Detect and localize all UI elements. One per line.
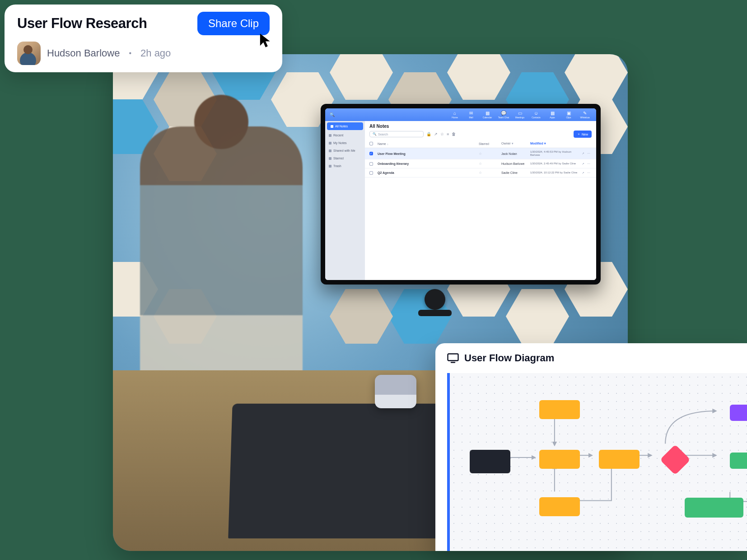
row-checkbox[interactable] xyxy=(369,162,373,166)
flow-node-result-a[interactable] xyxy=(730,405,747,421)
star-icon[interactable]: ☆ xyxy=(440,132,444,136)
flow-node-step-bottom[interactable] xyxy=(539,497,580,516)
nav-team-chat[interactable]: 💬Team Chat xyxy=(497,111,510,119)
table-header: Name ↓ Starred Owner ▾ Modified ▾ xyxy=(365,140,596,148)
flow-node-result-c[interactable] xyxy=(685,498,743,518)
diagram-canvas[interactable] xyxy=(447,373,747,551)
clip-card: User Flow Research Share Clip Hudson Bar… xyxy=(5,5,282,72)
new-label: New xyxy=(582,133,588,136)
clip-time: 2h ago xyxy=(140,47,171,59)
sidebar-item-all-notes[interactable]: All Notes xyxy=(327,122,363,130)
row-modified: 1/20/2024, 10:12:22 PM by Sadie Cline xyxy=(530,171,580,174)
flow-node-result-b[interactable] xyxy=(730,453,747,469)
flow-node-start[interactable] xyxy=(470,450,510,473)
nav-calendar[interactable]: ▦Calendar xyxy=(481,111,494,119)
app-main: All Notes 🔍 Search 🔒 ↗ ☆ ≡ 🗑 ＋ xyxy=(365,121,596,280)
tv-screen: 🔍 ⌂Home✉Mail▦Calendar💬Team Chat▭Meetings… xyxy=(321,104,601,285)
svg-rect-0 xyxy=(448,354,458,361)
nav-clips[interactable]: ▣Clips xyxy=(562,111,575,119)
nav-mail[interactable]: ✉Mail xyxy=(464,111,478,119)
clip-title: User Flow Research xyxy=(17,15,147,32)
nav-contacts[interactable]: ☺Contacts xyxy=(529,111,543,119)
sidebar-item-shared-with-me[interactable]: Shared with Me xyxy=(325,147,365,154)
sidebar-item-recent[interactable]: Recent xyxy=(325,131,365,139)
trash-icon[interactable]: 🗑 xyxy=(452,132,456,136)
row-owner: Hudson Barlowe xyxy=(501,162,528,165)
share-clip-label: Share Clip xyxy=(208,17,259,29)
row-modified: 1/20/2024, 4:45:53 PM by Hudson Barlowe xyxy=(530,150,580,157)
row-modified: 1/20/2024, 2:45:49 PM by Sadie Cline xyxy=(530,162,580,165)
row-star[interactable]: ☆ xyxy=(479,162,500,166)
notes-search-input[interactable]: 🔍 Search xyxy=(369,131,424,137)
col-owner: Owner ▾ xyxy=(501,142,528,145)
row-star[interactable]: ☆ xyxy=(479,152,500,156)
row-actions[interactable]: ↗ ⋯ xyxy=(582,171,592,175)
flow-node-step-top[interactable] xyxy=(539,400,580,419)
row-name: User Flow Meeting xyxy=(378,152,477,155)
table-row[interactable]: Q2 Agenda☆Sadie Cline1/20/2024, 10:12:22… xyxy=(365,168,596,177)
video-thumbnail[interactable] xyxy=(375,375,416,408)
row-owner: Jack Nolan xyxy=(501,152,528,155)
laptop xyxy=(228,404,449,538)
author-avatar[interactable] xyxy=(17,42,41,65)
select-all-checkbox[interactable] xyxy=(369,142,373,145)
row-actions[interactable]: ↗ ⋯ xyxy=(582,152,592,155)
row-name: Q2 Agenda xyxy=(378,171,477,174)
lock-icon[interactable]: 🔒 xyxy=(426,132,431,136)
row-checkbox[interactable] xyxy=(369,152,373,155)
row-name: Onboarding Itinerary xyxy=(378,162,477,165)
row-checkbox[interactable] xyxy=(369,171,373,175)
nav-apps[interactable]: ▦Apps xyxy=(546,111,559,119)
share-clip-button[interactable]: Share Clip xyxy=(197,12,270,35)
col-modified: Modified ▾ xyxy=(530,142,580,145)
diagram-title: User Flow Diagram xyxy=(464,352,554,364)
table-row[interactable]: User Flow Meeting☆Jack Nolan1/20/2024, 4… xyxy=(365,148,596,159)
app-sidebar: All NotesRecentMy NotesShared with MeSta… xyxy=(325,121,365,280)
author-name[interactable]: Hudson Barlowe xyxy=(47,47,120,59)
table-row[interactable]: Onboarding Itinerary☆Hudson Barlowe1/20/… xyxy=(365,159,596,168)
nav-home[interactable]: ⌂Home xyxy=(448,111,462,119)
webcam xyxy=(425,289,445,310)
sidebar-item-trash[interactable]: Trash xyxy=(325,162,365,170)
nav-whiteboa[interactable]: ✎Whiteboa xyxy=(578,111,592,119)
search-placeholder: Search xyxy=(378,133,388,136)
new-note-button[interactable]: ＋ New xyxy=(574,131,592,138)
share-icon[interactable]: ↗ xyxy=(434,132,438,136)
flow-node-decision[interactable] xyxy=(660,444,691,475)
flow-node-step-b[interactable] xyxy=(599,450,640,469)
row-actions[interactable]: ↗ ⋯ xyxy=(582,162,592,166)
plus-icon: ＋ xyxy=(577,132,580,136)
sidebar-item-my-notes[interactable]: My Notes xyxy=(325,139,365,147)
row-star[interactable]: ☆ xyxy=(479,171,500,175)
filter-icon[interactable]: ≡ xyxy=(447,132,449,136)
nav-meetings[interactable]: ▭Meetings xyxy=(513,111,527,119)
sidebar-item-starred[interactable]: Starred xyxy=(325,154,365,162)
notes-title: All Notes xyxy=(365,121,596,131)
col-starred: Starred xyxy=(479,142,500,145)
diagram-card: User Flow Diagram xyxy=(435,343,747,551)
row-owner: Sadie Cline xyxy=(501,171,528,174)
separator-dot: • xyxy=(129,49,131,57)
monitor-icon xyxy=(447,353,459,363)
col-name: Name ↓ xyxy=(378,142,477,145)
notes-app: 🔍 ⌂Home✉Mail▦Calendar💬Team Chat▭Meetings… xyxy=(325,108,596,280)
flow-node-step-a[interactable] xyxy=(539,450,580,469)
app-topbar: 🔍 ⌂Home✉Mail▦Calendar💬Team Chat▭Meetings… xyxy=(325,108,596,121)
